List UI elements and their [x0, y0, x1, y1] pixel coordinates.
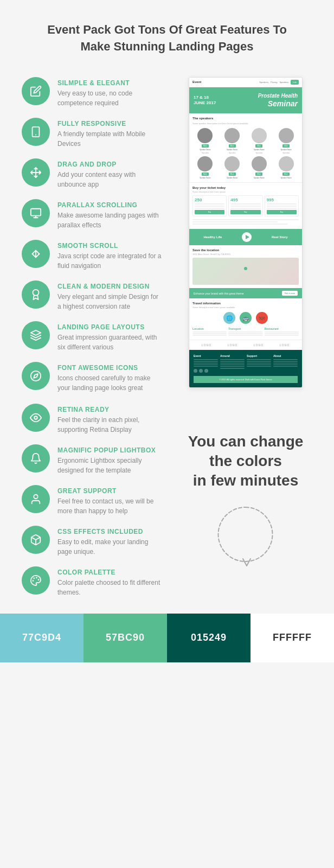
feature-title-font-awesome: FONT AWESOME ICONS [57, 364, 163, 372]
feature-text-css-effects: CSS EFFECTS INCLUDED Easy to edit, make … [57, 526, 163, 557]
feature-title-fully-responsive: FULLY RESPONSIVE [57, 120, 163, 127]
mock-cta-btn: Get it now [282, 291, 298, 296]
feature-desc-popup: Ergonomic Lightbox specially designed fo… [57, 456, 163, 475]
color-swatch-label-0: 77C9D4 [22, 632, 61, 643]
feature-item-simple-elegant: SILMPLE & ELEGANT Very easy to use, no c… [22, 77, 163, 108]
mock-travel-col-1: Location [192, 327, 227, 336]
mock-logo-2: LOGO [228, 343, 237, 347]
features-list-bottom: RETINA READY Feel the clarity in each pi… [22, 404, 163, 597]
feature-title-support: GREAT SUPPORT [57, 487, 163, 495]
mock-play-triangle [246, 235, 249, 239]
mock-hero-title: Prostate Health [258, 93, 298, 99]
mock-travel-icon-transport: 🚌 [240, 312, 252, 324]
mock-travel-cols: Location Transport Restaurant [192, 327, 299, 336]
svg-point-15 [36, 577, 37, 578]
feature-item-color-palette: COLOR PALETTE Color palette choosed to f… [22, 566, 163, 597]
mock-footer-col-about: About [273, 354, 298, 373]
mock-footer-bar: © 2017 All rights reserved. Built with E… [194, 376, 298, 383]
mock-video-bar: Healthy Life Real Story [189, 229, 302, 245]
color-change-text: You can change the colors in few minutes [188, 432, 304, 491]
feature-icon-font-awesome [22, 362, 50, 390]
feature-text-parallax: PARALLAX SCROLLING Make awesome landing … [57, 199, 163, 230]
header-section: Event Pack Got Tons Of Great Features To… [0, 0, 334, 72]
mock-nav-link-2: Pricing [271, 81, 277, 84]
feature-icon-clean-design [22, 280, 50, 309]
mock-map: Save the location 1661 Main Street, Smal… [189, 245, 302, 288]
mock-footer-cols: Event Around [194, 354, 298, 373]
mock-cta-bar: Enhance your brand with this great theme… [189, 288, 302, 298]
mock-social-icon-3 [204, 369, 208, 373]
mock-logo-4: LOGO [280, 343, 290, 347]
bottom-right: You can change the colors in few minutes [174, 404, 318, 597]
feature-icon-drag-drop [22, 158, 50, 187]
color-swatch-2: 015249 [167, 614, 251, 662]
mock-social-icon-2 [199, 369, 203, 373]
speaker-card-3: More Speaker Name Specialist [247, 128, 272, 154]
speaker-card-8: More Speaker Name [273, 156, 299, 179]
svg-marker-9 [31, 330, 41, 335]
mock-video-right: Real Story [272, 235, 288, 239]
preview-mockup: Event Speakers Pricing Speakers Info 17 … [189, 77, 303, 388]
feature-desc-landing-layouts: Great impression guaranteed, with six di… [57, 333, 163, 352]
mock-nav: Event Speakers Pricing Speakers Info [189, 78, 302, 87]
mock-tickets: Buy your ticket today Some description t… [189, 182, 302, 229]
mock-map-title: Save the location [192, 248, 299, 252]
speaker-card-6: More Speaker Name [220, 156, 245, 179]
feature-text-support: GREAT SUPPORT Feel free to contact us, w… [57, 485, 163, 516]
bottom-section: RETINA READY Feel the clarity in each pi… [0, 398, 334, 603]
mock-social-icons [194, 369, 218, 373]
mock-footer-col-around: Around [220, 354, 245, 373]
svg-point-13 [34, 494, 37, 498]
speaker-card-5: More Speaker Name [192, 156, 218, 179]
feature-desc-font-awesome: Icons choosed carefully to make your lan… [57, 373, 163, 393]
feature-title-parallax: PARALLAX SCROLLING [57, 201, 163, 209]
feature-desc-parallax: Make awesome landing pages with parallax… [57, 210, 163, 230]
feature-icon-landing-layouts [22, 321, 50, 349]
feature-desc-css-effects: Easy to edit, make your landing page uni… [57, 537, 163, 557]
feature-desc-smooth-scroll: Java script code are integrated for a fl… [57, 251, 163, 271]
mock-nav-btn: Info [291, 80, 299, 85]
feature-icon-parallax [22, 199, 50, 227]
feature-item-retina: RETINA READY Feel the clarity in each pi… [22, 404, 163, 435]
mock-hero: 17 & 18JUNE 2017 Prostate Health Seminar [189, 87, 302, 114]
feature-icon-retina [22, 404, 50, 432]
mock-cta-text: Enhance your brand with this great theme [194, 292, 244, 295]
dashed-arrow-illustration [213, 502, 278, 569]
mock-map-sub: 1661 Main Street, Small City, CA 90815 [192, 253, 299, 256]
feature-item-css-effects: CSS EFFECTS INCLUDED Easy to edit, make … [22, 526, 163, 557]
feature-text-smooth-scroll: SMooTH SCROLL Java script code are integ… [57, 240, 163, 271]
mock-travel: Travel information Some description text… [189, 298, 302, 340]
feature-item-smooth-scroll: SMooTH SCROLL Java script code are integ… [22, 240, 163, 271]
svg-point-12 [34, 416, 37, 419]
feature-item-drag-drop: DRAG AND DROP Add your content easy with… [22, 158, 163, 189]
feature-desc-support: Feel free to contact us, we will be more… [57, 496, 163, 516]
mock-ticket-3: 995 Buy [265, 195, 299, 216]
mock-map-inner [192, 258, 299, 285]
mock-social-icon-1 [194, 369, 197, 373]
mock-travel-sub: Some description text lorem ipsum availa… [192, 306, 299, 309]
feature-item-font-awesome: FONT AWESOME ICONS Icons choosed careful… [22, 362, 163, 393]
color-palette: 77C9D457BC90015249FFFFFF [0, 614, 334, 662]
mock-speakers-subtitle: Some speaker description text here lorem… [192, 122, 299, 125]
mock-nav-link-3: Speakers [279, 81, 288, 84]
feature-text-clean-design: CLEAN & MODERN DESIGN Very elegant and s… [57, 280, 163, 311]
feature-icon-popup [22, 444, 50, 473]
mock-travel-col-3: Restaurant [265, 327, 299, 336]
page-title: Event Pack Got Tons Of Great Features To… [33, 22, 301, 55]
mock-footer: Event Around [189, 350, 302, 387]
svg-point-16 [38, 579, 39, 580]
svg-point-10 [31, 371, 41, 380]
feature-text-drag-drop: DRAG AND DROP Add your content easy with… [57, 158, 163, 189]
page-wrapper: Event Pack Got Tons Of Great Features To… [0, 0, 334, 662]
mock-map-marker [244, 267, 247, 270]
feature-title-simple-elegant: SILMPLE & ELEGANT [57, 79, 163, 87]
feature-desc-fully-responsive: A friendly template with Mobile Devices [57, 129, 163, 149]
feature-icon-smooth-scroll [22, 240, 50, 268]
mock-speakers-grid-row2: More Speaker Name More Speaker Name More… [192, 156, 299, 179]
mock-logos: LOGO LOGO LOGO LOGO [189, 340, 302, 350]
feature-text-popup: MAGNIFIC POPUP LIGHTBOX Ergonomic Lightb… [57, 444, 163, 475]
svg-point-17 [34, 578, 34, 578]
feature-desc-simple-elegant: Very easy to use, no code competence req… [57, 88, 163, 108]
color-swatch-3: FFFFFF [251, 614, 334, 662]
feature-icon-color-palette [22, 566, 50, 595]
